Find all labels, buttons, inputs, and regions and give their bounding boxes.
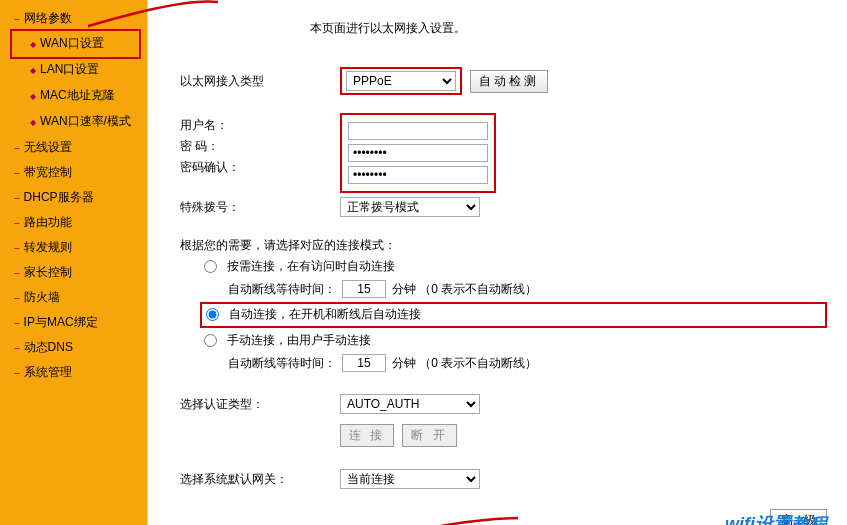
mode-manual-radio[interactable] [204, 334, 217, 347]
bullet-icon: ◆ [30, 92, 36, 101]
pwd-field[interactable] [348, 144, 488, 162]
sidebar-item-11[interactable]: –防火墙 [0, 285, 147, 310]
main-panel: 本页面进行以太网接入设置。 以太网接入类型 PPPoE 自动检测 用户名： 密 … [148, 0, 847, 525]
sidebar-item-3[interactable]: ◆MAC地址克隆 [0, 83, 147, 109]
expand-icon: – [14, 13, 20, 24]
mode-auto-option[interactable]: 自动连接，在开机和断线后自动连接 [206, 306, 421, 323]
sidebar-item-1[interactable]: ◆WAN口设置 [10, 29, 141, 59]
sidebar-item-label: MAC地址克隆 [40, 88, 115, 102]
pwd-confirm-field[interactable] [348, 166, 488, 184]
sidebar-item-12[interactable]: –IP与MAC绑定 [0, 310, 147, 335]
sidebar-item-9[interactable]: –转发规则 [0, 235, 147, 260]
disconnect-button[interactable]: 断 开 [402, 424, 456, 447]
expand-icon: – [14, 217, 20, 228]
auto-detect-button[interactable]: 自动检测 [470, 70, 548, 93]
sidebar-item-label: DHCP服务器 [24, 190, 94, 204]
idle-wait-unit: 分钟 （0 表示不自动断线） [392, 281, 537, 298]
watermark: wifi设置教程 [725, 512, 827, 525]
expand-icon: – [14, 342, 20, 353]
expand-icon: – [14, 267, 20, 278]
sidebar-item-label: 动态DNS [24, 340, 73, 354]
mode-ondemand-option[interactable]: 按需连接，在有访问时自动连接 [204, 258, 395, 275]
page-intro: 本页面进行以太网接入设置。 [310, 20, 827, 37]
expand-icon: – [14, 367, 20, 378]
sidebar-item-14[interactable]: –系统管理 [0, 360, 147, 385]
idle-wait-field-1[interactable] [342, 280, 386, 298]
sidebar-item-4[interactable]: ◆WAN口速率/模式 [0, 109, 147, 135]
sidebar-item-8[interactable]: –路由功能 [0, 210, 147, 235]
idle-wait-unit-2: 分钟 （0 表示不自动断线） [392, 355, 537, 372]
auth-type-label: 选择认证类型： [180, 396, 340, 413]
default-gateway-select[interactable]: 当前连接 [340, 469, 480, 489]
user-field[interactable] [348, 122, 488, 140]
wan-type-select[interactable]: PPPoE [346, 71, 456, 91]
sidebar-item-5[interactable]: –无线设置 [0, 135, 147, 160]
default-gateway-label: 选择系统默认网关： [180, 471, 340, 488]
sidebar-item-label: 路由功能 [24, 215, 72, 229]
mode-ondemand-radio[interactable] [204, 260, 217, 273]
connect-button[interactable]: 连 接 [340, 424, 394, 447]
sidebar-item-label: IP与MAC绑定 [24, 315, 98, 329]
sidebar-item-label: WAN口设置 [40, 36, 104, 50]
idle-wait-field-2[interactable] [342, 354, 386, 372]
mode-manual-option[interactable]: 手动连接，由用户手动连接 [204, 332, 371, 349]
sidebar-item-label: WAN口速率/模式 [40, 114, 131, 128]
pwd-label: 密 码： [180, 138, 340, 155]
special-dial-select[interactable]: 正常拨号模式 [340, 197, 480, 217]
sidebar-item-label: 无线设置 [24, 140, 72, 154]
idle-wait-label: 自动断线等待时间： [228, 281, 336, 298]
sidebar-item-7[interactable]: –DHCP服务器 [0, 185, 147, 210]
sidebar-item-6[interactable]: –带宽控制 [0, 160, 147, 185]
expand-icon: – [14, 242, 20, 253]
sidebar: –网络参数◆WAN口设置◆LAN口设置◆MAC地址克隆◆WAN口速率/模式–无线… [0, 0, 148, 525]
bullet-icon: ◆ [30, 66, 36, 75]
sidebar-item-10[interactable]: –家长控制 [0, 260, 147, 285]
sidebar-item-label: 家长控制 [24, 265, 72, 279]
expand-icon: – [14, 142, 20, 153]
sidebar-item-label: 系统管理 [24, 365, 72, 379]
auth-type-select[interactable]: AUTO_AUTH [340, 394, 480, 414]
conn-mode-intro: 根据您的需要，请选择对应的连接模式： [180, 237, 827, 254]
sidebar-item-2[interactable]: ◆LAN口设置 [0, 57, 147, 83]
mode-auto-radio[interactable] [206, 308, 219, 321]
sidebar-item-13[interactable]: –动态DNS [0, 335, 147, 360]
sidebar-item-label: 网络参数 [24, 11, 72, 25]
expand-icon: – [14, 192, 20, 203]
bullet-icon: ◆ [30, 40, 36, 49]
expand-icon: – [14, 167, 20, 178]
user-label: 用户名： [180, 117, 340, 134]
special-dial-label: 特殊拨号： [180, 199, 340, 216]
wan-type-label: 以太网接入类型 [180, 73, 340, 90]
idle-wait-label-2: 自动断线等待时间： [228, 355, 336, 372]
sidebar-item-label: 转发规则 [24, 240, 72, 254]
expand-icon: – [14, 292, 20, 303]
sidebar-item-0[interactable]: –网络参数 [0, 6, 147, 31]
expand-icon: – [14, 317, 20, 328]
sidebar-item-label: LAN口设置 [40, 62, 99, 76]
sidebar-item-label: 带宽控制 [24, 165, 72, 179]
bullet-icon: ◆ [30, 118, 36, 127]
sidebar-item-label: 防火墙 [24, 290, 60, 304]
pwd-confirm-label: 密码确认： [180, 159, 340, 176]
